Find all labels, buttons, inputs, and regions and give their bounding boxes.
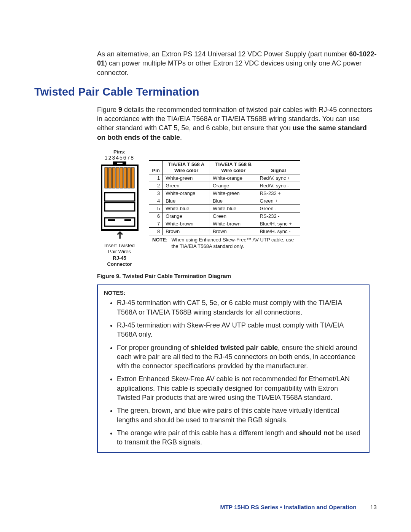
- notes-box: NOTES: RJ-45 termination with CAT 5, 5e,…: [97, 284, 370, 453]
- svg-rect-10: [131, 168, 134, 188]
- svg-rect-14: [108, 219, 115, 221]
- table-row: 4BlueBlueGreen +: [149, 197, 300, 205]
- rj45-connector-diagram: Pins: 12345678: [97, 149, 142, 267]
- cell-568a: White-orange: [163, 190, 210, 197]
- svg-rect-11: [105, 193, 135, 201]
- table-note: NOTE: When using Enhanced Skew-Free™ AV …: [149, 235, 300, 252]
- table-row: 5White-blueWhite-blueGreen -: [149, 205, 300, 212]
- cell-pin: 3: [149, 190, 163, 197]
- list-item: The orange wire pair of this cable has a…: [117, 428, 363, 447]
- table-row: 6OrangeGreenRS-232 -: [149, 212, 300, 220]
- cell-signal: Green +: [257, 197, 300, 205]
- cell-pin: 1: [149, 174, 163, 182]
- cell-pin: 5: [149, 205, 163, 212]
- table-row: 7White-brownWhite-brownBlue/H. sync +: [149, 220, 300, 228]
- svg-rect-5: [112, 168, 115, 188]
- table-note-label: NOTE:: [152, 237, 167, 249]
- table-row: 3White-orangeWhite-greenRS-232 +: [149, 190, 300, 197]
- cell-pin: 4: [149, 197, 163, 205]
- notes-list: RJ-45 termination with CAT 5, 5e, or 6 c…: [104, 298, 363, 447]
- cell-568b: White-blue: [210, 205, 257, 212]
- svg-rect-6: [116, 168, 119, 188]
- cell-568a: Brown: [163, 228, 210, 235]
- svg-rect-15: [124, 219, 131, 221]
- th-signal: Signal: [257, 161, 300, 174]
- list-item: Extron Enhanced Skew-Free AV cable is no…: [117, 374, 363, 402]
- cell-568a: Orange: [163, 212, 210, 220]
- figure-block: Pins: 12345678: [97, 149, 377, 267]
- svg-rect-4: [108, 168, 112, 188]
- svg-rect-13: [105, 218, 135, 226]
- cell-568b: Green: [210, 212, 257, 220]
- cell-pin: 6: [149, 212, 163, 220]
- document-page: As an alternative, an Extron PS 124 Univ…: [0, 0, 411, 532]
- cell-568a: White-blue: [163, 205, 210, 212]
- intro-text-a: As an alternative, an Extron PS 124 Univ…: [97, 50, 349, 58]
- cell-568b: Orange: [210, 182, 257, 190]
- cell-568b: White-green: [210, 190, 257, 197]
- cell-568a: Blue: [163, 197, 210, 205]
- rj45-icon: [100, 161, 140, 232]
- cell-568b: White-orange: [210, 174, 257, 182]
- cell-568a: White-brown: [163, 220, 210, 228]
- th-568a: TIA/EIA T 568 AWire color: [163, 161, 210, 174]
- list-item: For proper grounding of shielded twisted…: [117, 343, 363, 371]
- cell-signal: Blue/H. sync +: [257, 220, 300, 228]
- cell-pin: 7: [149, 220, 163, 228]
- list-item: The green, brown, and blue wire pairs of…: [117, 406, 363, 425]
- svg-rect-9: [127, 168, 131, 188]
- cell-pin: 8: [149, 228, 163, 235]
- intro-paragraph: As an alternative, an Extron PS 124 Univ…: [97, 50, 377, 77]
- table-header-row: Pin TIA/EIA T 568 AWire color TIA/EIA T …: [149, 161, 300, 174]
- table-note-text: When using Enhanced Skew-Free™ AV UTP ca…: [171, 237, 297, 249]
- cell-568b: Blue: [210, 197, 257, 205]
- cell-568a: Green: [163, 182, 210, 190]
- pins-label: Pins:: [113, 149, 126, 155]
- cell-568b: Brown: [210, 228, 257, 235]
- svg-rect-3: [105, 168, 108, 188]
- footer-page-number: 13: [370, 504, 377, 511]
- table-row: 1White-greenWhite-orangeRed/V. sync +: [149, 174, 300, 182]
- cell-signal: Red/V. sync -: [257, 182, 300, 190]
- list-item: RJ-45 termination with Skew-Free AV UTP …: [117, 321, 363, 339]
- notes-label: NOTES:: [104, 289, 363, 297]
- th-pin: Pin: [149, 161, 163, 174]
- rj45-caption: Insert Twisted Pair Wires RJ-45 Connecto…: [104, 243, 135, 267]
- th-568b: TIA/EIA T 568 BWire color: [210, 161, 257, 174]
- section-heading: Twisted Pair Cable Termination: [34, 86, 377, 98]
- cell-signal: RS-232 -: [257, 212, 300, 220]
- svg-rect-1: [117, 163, 123, 164]
- cell-signal: Red/V. sync +: [257, 174, 300, 182]
- list-item: RJ-45 termination with CAT 5, 5e, or 6 c…: [117, 298, 363, 317]
- arrow-up-icon: ➜: [114, 231, 125, 240]
- cell-568b: White-brown: [210, 220, 257, 228]
- intro-text-b: ) can power multiple MTPs or other Extro…: [97, 59, 362, 76]
- cell-signal: Green -: [257, 205, 300, 212]
- wiring-table: Pin TIA/EIA T 568 AWire color TIA/EIA T …: [149, 160, 300, 235]
- table-row: 2GreenOrangeRed/V. sync -: [149, 182, 300, 190]
- svg-rect-12: [105, 203, 135, 211]
- cell-signal: Blue/H. sync -: [257, 228, 300, 235]
- wiring-table-wrapper: Pin TIA/EIA T 568 AWire color TIA/EIA T …: [149, 160, 300, 252]
- svg-rect-7: [120, 168, 123, 188]
- page-footer: MTP 15HD RS Series • Installation and Op…: [220, 504, 377, 511]
- svg-rect-8: [124, 168, 127, 188]
- table-row: 8BrownBrownBlue/H. sync -: [149, 228, 300, 235]
- section-intro: Figure 9 details the recommended termina…: [97, 105, 377, 142]
- cell-568a: White-green: [163, 174, 210, 182]
- figure-caption: Figure 9. Twisted Pair Cable Termination…: [97, 273, 377, 279]
- cell-pin: 2: [149, 182, 163, 190]
- footer-doc-title: MTP 15HD RS Series • Installation and Op…: [220, 504, 356, 511]
- pins-numbers: 12345678: [105, 155, 134, 161]
- cell-signal: RS-232 +: [257, 190, 300, 197]
